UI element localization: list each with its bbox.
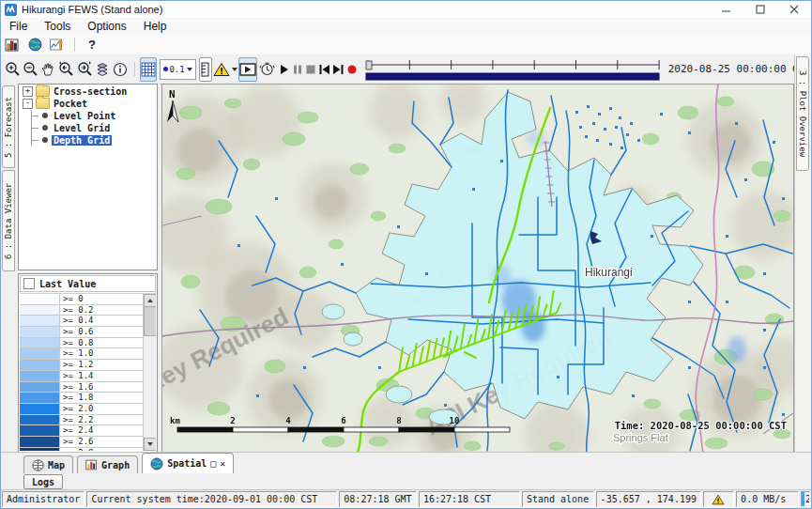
legend-row[interactable]: >= 0.6 xyxy=(20,327,144,338)
zoom-in-icon[interactable] xyxy=(4,57,22,82)
point-size-dropdown[interactable]: 0.1 xyxy=(160,59,195,80)
legend-value-label: >= 2.6 xyxy=(60,437,144,447)
legend-color-swatch xyxy=(20,305,60,316)
title-bar[interactable]: Hikurangi FEWS (Stand alone) xyxy=(1,1,811,19)
bullet-icon xyxy=(42,137,48,143)
map-view[interactable]: API Key Required API Key Required xyxy=(161,84,794,453)
folder-icon xyxy=(36,98,50,109)
expand-icon[interactable]: + xyxy=(23,86,33,97)
legend-row[interactable]: >= 2.0 xyxy=(20,404,144,415)
database-viewer-icon[interactable] xyxy=(1,36,23,54)
tab-data-viewer[interactable]: 6 : Data Viewer xyxy=(2,170,15,271)
warnings-dropdown-button[interactable] xyxy=(212,57,238,82)
legend-row[interactable]: >= 2.8 xyxy=(20,448,144,451)
tree-leaf-label[interactable]: Level Point xyxy=(52,111,117,121)
legend-row[interactable]: >= 0.4 xyxy=(20,316,144,327)
legend-value-label: >= 2.2 xyxy=(60,415,144,425)
menu-item-tools[interactable]: Tools xyxy=(36,19,79,34)
last-value-label: Last Value xyxy=(39,279,96,289)
scroll-up-icon[interactable] xyxy=(144,294,156,307)
stop-button[interactable] xyxy=(304,57,317,82)
legend-row[interactable]: >= 1.2 xyxy=(20,360,144,371)
last-value-checkbox[interactable] xyxy=(23,278,35,289)
legend-row[interactable]: >= 2.2 xyxy=(20,415,144,426)
zoom-out-icon[interactable] xyxy=(22,57,39,82)
menu-item-help[interactable]: Help xyxy=(135,19,176,34)
first-frame-button[interactable] xyxy=(317,57,331,82)
legend-row[interactable]: >= 1.4 xyxy=(20,371,144,382)
legend-color-swatch xyxy=(20,294,60,304)
scroll-down-icon[interactable] xyxy=(144,438,156,451)
scale-tick-label: 6 xyxy=(341,416,345,425)
right-tab-strip: 3 : Plot Overview xyxy=(794,54,811,455)
bottom-tab-bar: Map Graph Spatial □ ✕ xyxy=(1,452,811,473)
tab-plot-overview[interactable]: 3 : Plot Overview xyxy=(796,56,809,171)
tab-spatial[interactable]: Spatial □ ✕ xyxy=(142,453,234,473)
map-time-label: Time: 2020-08-25 00:00:00 CST xyxy=(615,420,787,431)
zoom-previous-icon[interactable] xyxy=(56,57,75,82)
globe-icon xyxy=(32,459,44,471)
legend-row[interactable]: >= 2.6 xyxy=(20,437,144,448)
legend-row[interactable]: >= 1.6 xyxy=(20,382,144,393)
maximize-button[interactable] xyxy=(743,1,777,18)
legend-color-swatch xyxy=(20,327,60,337)
tree-leaf-depth-grid[interactable]: Depth Grid xyxy=(32,134,157,146)
status-coordinates: -35.657 , 174.199 xyxy=(596,491,701,507)
record-button[interactable] xyxy=(345,57,359,82)
minimize-button[interactable] xyxy=(710,1,743,18)
status-warning-icon[interactable] xyxy=(703,491,735,507)
legend-row[interactable]: >= 1.0 xyxy=(20,348,144,360)
collapse-icon[interactable]: - xyxy=(23,99,33,109)
tree-node-label[interactable]: Cross-section xyxy=(54,86,127,97)
tab-graph[interactable]: Graph xyxy=(77,455,138,473)
globe-map-icon[interactable] xyxy=(23,36,46,54)
tree-node-pocket[interactable]: - Pocket xyxy=(19,98,157,109)
legend-color-swatch xyxy=(20,425,60,436)
pan-hand-icon[interactable] xyxy=(39,57,56,82)
legend-value-label: >= 2.0 xyxy=(60,404,144,414)
legend-value-label: >= 0.8 xyxy=(60,338,144,348)
tree-leaf-level-point[interactable]: Level Point xyxy=(32,110,157,121)
time-slider[interactable] xyxy=(364,57,663,82)
info-icon[interactable] xyxy=(112,57,129,82)
menu-item-options[interactable]: Options xyxy=(79,19,134,34)
chevron-down-icon xyxy=(187,68,192,71)
animation-timer-icon[interactable] xyxy=(258,57,276,82)
pause-button[interactable] xyxy=(291,57,304,82)
tree-leaf-level-grid[interactable]: Level Grid xyxy=(32,122,157,133)
tab-maximize-icon[interactable]: □ xyxy=(210,458,216,469)
help-button[interactable]: ? xyxy=(81,36,103,54)
play-button[interactable] xyxy=(278,57,291,82)
status-network-speed: 0.0 MB/s xyxy=(736,491,799,507)
menu-item-file[interactable]: File xyxy=(1,19,36,34)
last-frame-button[interactable] xyxy=(331,57,345,82)
grid-display-button[interactable] xyxy=(140,57,157,82)
legend-row[interactable]: >= 1.8 xyxy=(20,393,144,404)
logs-button[interactable]: Logs xyxy=(23,474,63,489)
application-window: Hikurangi FEWS (Stand alone) FileToolsOp… xyxy=(0,0,812,509)
legend-color-swatch xyxy=(20,404,60,414)
tree-leaf-label[interactable]: Level Grid xyxy=(52,123,112,133)
tree-node-label[interactable]: Pocket xyxy=(54,99,87,109)
tree-leaf-label[interactable]: Depth Grid xyxy=(52,135,112,146)
tab-forecast[interactable]: 5 : Forecast xyxy=(2,85,15,168)
timeseries-chart-icon[interactable] xyxy=(46,36,69,54)
legend-scrollbar[interactable] xyxy=(143,294,156,451)
status-system-time: Current system time:2020-09-01 00:00 CST xyxy=(86,491,337,507)
legend-row[interactable]: >= 0.2 xyxy=(20,305,144,316)
close-button[interactable] xyxy=(777,1,811,18)
legend-row[interactable]: >= 0.8 xyxy=(20,338,144,349)
legend-color-swatch xyxy=(20,382,60,393)
tab-close-icon[interactable]: ✕ xyxy=(220,458,225,469)
legend-value-label: >= 0.4 xyxy=(60,316,144,326)
scale-tick-label: 10 xyxy=(450,416,460,425)
legend-row[interactable]: >= 0 xyxy=(20,294,144,305)
scroll-thumb[interactable] xyxy=(144,306,156,336)
zoom-next-icon[interactable] xyxy=(75,57,94,82)
point-size-value: 0.1 xyxy=(169,65,184,74)
legend-row[interactable]: >= 2.4 xyxy=(20,425,144,437)
tab-map[interactable]: Map xyxy=(23,455,73,473)
scale-ruler-button[interactable] xyxy=(199,57,212,82)
animation-movie-button[interactable] xyxy=(238,57,257,82)
layers-icon[interactable] xyxy=(94,57,112,82)
